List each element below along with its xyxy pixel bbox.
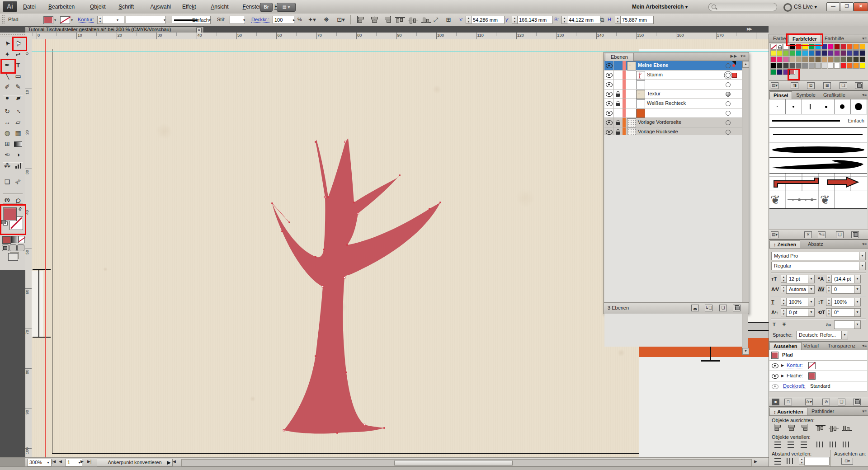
swatch[interactable] [821,63,827,69]
swatch[interactable] [853,63,859,69]
swatch[interactable] [834,63,840,69]
layer-thumbnail[interactable] [627,118,636,127]
swatch[interactable] [853,44,859,50]
swatch[interactable] [783,69,789,75]
layer-name[interactable]: Meine Ebene [638,62,668,68]
distribute-top-button[interactable] [773,441,783,448]
brush-stroke-options-button[interactable]: ✎≡ [818,231,826,238]
opacity-slider-icon[interactable]: ▸ [293,18,295,22]
opacity-link[interactable]: Deckkr.: [251,17,269,23]
horizontal-ruler[interactable]: 0102030405060708090100110120130140150160… [25,33,769,40]
swatch[interactable] [770,69,776,75]
appearance-opacity-row[interactable]: Deckkraft: Standard [769,381,867,392]
target-icon[interactable] [726,120,731,125]
visibility-cell[interactable] [604,70,614,80]
calligraphic-brush[interactable] [818,99,835,114]
swatch-libraries-button[interactable]: ▤▾ [771,82,778,89]
y-field[interactable]: 166,143 mm [517,16,552,24]
tab-verlauf[interactable]: Verlauf [800,342,822,349]
target-icon[interactable] [726,63,731,68]
panel-menu-icon[interactable]: ▾≡ [862,36,867,41]
rotate-tool[interactable]: ↻ [2,106,13,117]
mesh-tool[interactable]: ⊞ [2,138,13,149]
workspace-switcher[interactable]: Mein Arbeitsbereich ▾ [632,0,688,14]
swatch[interactable] [828,63,834,69]
scroll-up-icon[interactable]: ▲ [742,61,749,68]
color-mode-button[interactable] [2,236,11,244]
selection-tool[interactable]: ➤ [2,38,13,49]
close-button[interactable]: ✕ [854,2,868,11]
swatch[interactable] [789,44,795,50]
layer-name[interactable]: Vorlage Rückseite [638,129,678,134]
swatch[interactable] [783,63,789,69]
vertical-ruler[interactable]: 0102030405060708090100 [25,39,32,457]
blob-brush-tool[interactable]: ● [2,92,13,103]
vertical-spacing-button[interactable] [773,458,783,465]
layer-thumbnail[interactable] [636,109,645,118]
dock-collapse-chevrons-icon[interactable]: ▶▶ [747,27,751,31]
eyedropper-tool[interactable]: ✑ [2,149,13,160]
panel-menu-icon[interactable]: ▾≡ [862,409,867,414]
stroke-color-swatch[interactable] [60,16,70,24]
tab-grafikstile[interactable]: Grafikstile [820,91,849,99]
tab-farbe[interactable]: Farbe [769,35,790,42]
next-page-button[interactable]: ▶ [80,459,84,464]
font-style-dropdown[interactable]: ▼ [859,262,866,270]
swatch[interactable] [796,63,802,69]
page-number-select[interactable]: 1▼ [65,459,82,466]
panel-menu-icon[interactable]: ▾≡ [862,343,867,348]
swatch[interactable] [770,50,776,56]
menu-schrift[interactable]: Schrift [114,0,138,14]
distribute-right-button[interactable] [842,441,852,448]
appearance-fill-row[interactable]: ▶ Fläche: [769,371,867,381]
rotation-dropdown[interactable]: ▼ [854,308,861,317]
last-page-button[interactable]: ▶| [87,459,91,464]
stroke-weight-link[interactable]: Kontur: [78,17,94,23]
font-size-dropdown[interactable]: ▼ [808,275,815,283]
stroke-dropdown-icon[interactable]: ▾ [71,18,73,22]
visibility-eye-icon[interactable] [772,374,778,379]
swatch-registration[interactable] [777,44,783,50]
swatch[interactable] [834,56,840,62]
draw-inside-button[interactable] [17,244,24,251]
swatch[interactable] [821,50,827,56]
align-middle-button[interactable] [829,424,839,431]
swatch[interactable] [859,56,865,62]
scroll-right-icon[interactable]: ▶ [754,459,757,464]
tools-panel-grip[interactable] [0,33,25,37]
swatch[interactable] [847,50,853,56]
new-sublayer-button[interactable]: ↳❏ [705,305,712,311]
tab-pinsel[interactable]: Pinsel [769,91,792,99]
document-tab[interactable]: Tutorial Tischaufsteller gestalten.ai* b… [25,26,204,33]
height-field[interactable]: 75,887 mm [620,16,654,24]
style-dropdown[interactable]: ▾ [243,18,245,22]
swatch[interactable] [802,63,808,69]
expand-icon[interactable]: ▶ [781,374,784,378]
new-fill-button[interactable]: □ [784,399,792,405]
hand-tool[interactable]: ω [2,195,13,206]
glyph-dropdown[interactable]: ▼ [854,320,861,329]
swatch[interactable] [796,56,802,62]
default-fill-stroke-icon[interactable] [1,220,7,225]
basic-brush-row[interactable]: Einfach [769,114,867,128]
isolate-object-button[interactable]: ⊡▾ [335,15,346,24]
layers-tab[interactable]: Ebenen [605,53,634,61]
layer-name[interactable]: Stamm [647,72,663,77]
visibility-eye-icon[interactable] [772,384,778,389]
layer-row-textur[interactable]: Textur [604,89,742,99]
calligraphic-brush[interactable] [769,99,786,114]
search-input[interactable] [708,3,777,11]
slice-tool[interactable]: ✄ [13,176,24,187]
screen-mode-button[interactable] [8,253,18,261]
select-similar-button[interactable]: ✦▾ [307,15,317,24]
swatch[interactable] [770,63,776,69]
align-center-button[interactable] [786,424,796,431]
horizontal-guide[interactable] [32,51,769,52]
swatch[interactable] [815,44,821,50]
target-icon[interactable] [726,92,731,97]
first-page-button[interactable]: |◀ [52,459,56,464]
delete-item-button[interactable] [853,399,861,405]
lock-cell[interactable] [613,70,623,80]
tab-aussehen[interactable]: Aussehen [769,342,802,350]
pencil-tool[interactable]: ✎ [13,81,24,92]
